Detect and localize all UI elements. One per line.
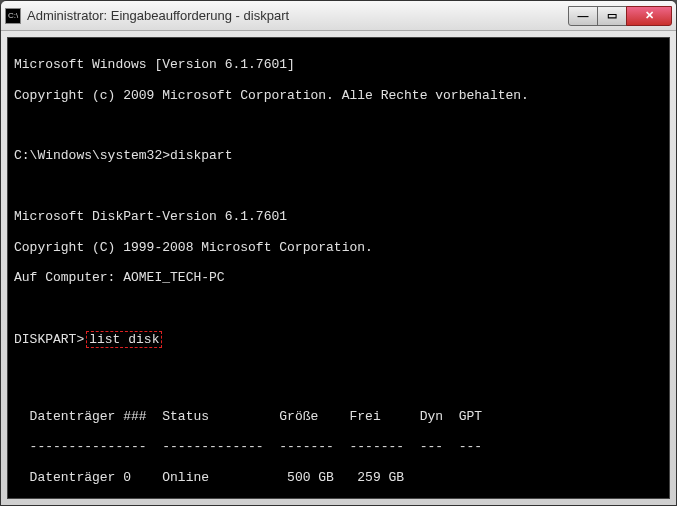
minimize-button[interactable]: — — [568, 6, 598, 26]
cmd-list-disk: list disk — [86, 331, 162, 348]
window-buttons: — ▭ ✕ — [569, 6, 672, 26]
cmd-icon: C:\ — [5, 8, 21, 24]
os-copyright: Copyright (c) 2009 Microsoft Corporation… — [14, 88, 663, 103]
maximize-button[interactable]: ▭ — [597, 6, 627, 26]
close-icon: ✕ — [645, 9, 654, 22]
table-row: Datenträger 0 Online 500 GB 259 GB — [14, 470, 663, 485]
table-header: Datenträger ### Status Größe Frei Dyn GP… — [14, 409, 663, 424]
window-frame: C:\ Administrator: Eingabeaufforderung -… — [0, 0, 677, 506]
close-button[interactable]: ✕ — [626, 6, 672, 26]
prompt-line-diskpart: C:\Windows\system32>diskpart — [14, 148, 663, 163]
table-separator: --------------- ------------- ------- --… — [14, 439, 663, 454]
minimize-icon: — — [578, 10, 589, 22]
os-version: Microsoft Windows [Version 6.1.7601] — [14, 57, 663, 72]
titlebar[interactable]: C:\ Administrator: Eingabeaufforderung -… — [1, 1, 676, 31]
diskpart-copyright: Copyright (C) 1999-2008 Microsoft Corpor… — [14, 240, 663, 255]
maximize-icon: ▭ — [607, 9, 617, 22]
diskpart-computer: Auf Computer: AOMEI_TECH-PC — [14, 270, 663, 285]
console-area[interactable]: Microsoft Windows [Version 6.1.7601] Cop… — [7, 37, 670, 499]
window-title: Administrator: Eingabeaufforderung - dis… — [27, 8, 569, 23]
prompt-line-listdisk: DISKPART>list disk — [14, 331, 663, 348]
dp-prompt: DISKPART> — [14, 332, 84, 347]
cmd-diskpart: diskpart — [170, 148, 232, 163]
disk-table: Datenträger ### Status Größe Frei Dyn GP… — [14, 394, 663, 499]
diskpart-version: Microsoft DiskPart-Version 6.1.7601 — [14, 209, 663, 224]
prompt-path: C:\Windows\system32> — [14, 148, 170, 163]
cmd-icon-label: C:\ — [8, 11, 18, 20]
